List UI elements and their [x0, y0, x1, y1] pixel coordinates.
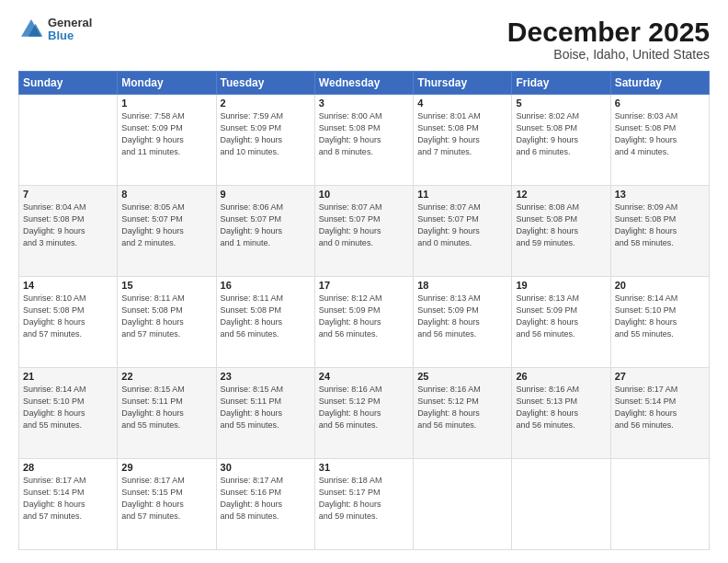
day-info: Sunrise: 8:14 AM Sunset: 5:10 PM Dayligh…: [23, 384, 113, 431]
day-number: 16: [221, 280, 311, 291]
day-info: Sunrise: 8:06 AM Sunset: 5:07 PM Dayligh…: [221, 201, 311, 249]
logo-line2: Blue: [48, 29, 92, 42]
day-number: 8: [121, 189, 211, 200]
day-info: Sunrise: 8:12 AM Sunset: 5:09 PM Dayligh…: [319, 293, 409, 340]
table-row: 3Sunrise: 8:00 AM Sunset: 5:08 PM Daylig…: [314, 95, 413, 186]
day-number: 17: [319, 280, 409, 291]
table-row: 22Sunrise: 8:15 AM Sunset: 5:11 PM Dayli…: [118, 368, 216, 459]
table-row: [512, 459, 610, 550]
table-row: 5Sunrise: 8:02 AM Sunset: 5:08 PM Daylig…: [512, 95, 610, 186]
day-info: Sunrise: 8:11 AM Sunset: 5:08 PM Dayligh…: [121, 293, 211, 340]
col-friday: Friday: [512, 72, 610, 95]
table-row: [414, 459, 512, 550]
table-row: 9Sunrise: 8:06 AM Sunset: 5:07 PM Daylig…: [216, 186, 314, 277]
day-number: 21: [23, 371, 113, 382]
day-number: 27: [615, 371, 705, 382]
day-number: 18: [417, 280, 507, 291]
day-number: 9: [221, 189, 311, 200]
day-number: 4: [417, 98, 507, 109]
table-row: 11Sunrise: 8:07 AM Sunset: 5:07 PM Dayli…: [414, 186, 512, 277]
day-number: 12: [516, 189, 606, 200]
table-row: 2Sunrise: 7:59 AM Sunset: 5:09 PM Daylig…: [216, 95, 314, 186]
day-info: Sunrise: 8:01 AM Sunset: 5:08 PM Dayligh…: [417, 110, 507, 158]
table-row: 10Sunrise: 8:07 AM Sunset: 5:07 PM Dayli…: [314, 186, 413, 277]
day-info: Sunrise: 8:02 AM Sunset: 5:08 PM Dayligh…: [516, 110, 606, 158]
col-saturday: Saturday: [610, 72, 709, 95]
table-row: 7Sunrise: 8:04 AM Sunset: 5:08 PM Daylig…: [19, 186, 118, 277]
page: General Blue December 2025 Boise, Idaho,…: [0, 0, 728, 563]
table-row: 12Sunrise: 8:08 AM Sunset: 5:08 PM Dayli…: [512, 186, 610, 277]
day-info: Sunrise: 8:07 AM Sunset: 5:07 PM Dayligh…: [417, 201, 507, 249]
table-row: 6Sunrise: 8:03 AM Sunset: 5:08 PM Daylig…: [610, 95, 709, 186]
table-row: 26Sunrise: 8:16 AM Sunset: 5:13 PM Dayli…: [512, 368, 610, 459]
table-row: 25Sunrise: 8:16 AM Sunset: 5:12 PM Dayli…: [414, 368, 512, 459]
table-row: 29Sunrise: 8:17 AM Sunset: 5:15 PM Dayli…: [118, 459, 216, 550]
table-row: 4Sunrise: 8:01 AM Sunset: 5:08 PM Daylig…: [414, 95, 512, 186]
day-info: Sunrise: 8:03 AM Sunset: 5:08 PM Dayligh…: [615, 110, 705, 158]
day-info: Sunrise: 8:18 AM Sunset: 5:17 PM Dayligh…: [319, 475, 409, 523]
table-row: 8Sunrise: 8:05 AM Sunset: 5:07 PM Daylig…: [118, 186, 216, 277]
calendar-week-row: 14Sunrise: 8:10 AM Sunset: 5:08 PM Dayli…: [19, 277, 710, 368]
day-info: Sunrise: 8:07 AM Sunset: 5:07 PM Dayligh…: [319, 201, 409, 249]
day-number: 23: [221, 371, 311, 382]
table-row: [610, 459, 709, 550]
table-row: 18Sunrise: 8:13 AM Sunset: 5:09 PM Dayli…: [414, 277, 512, 368]
table-row: 30Sunrise: 8:17 AM Sunset: 5:16 PM Dayli…: [216, 459, 314, 550]
day-info: Sunrise: 8:16 AM Sunset: 5:12 PM Dayligh…: [417, 384, 507, 431]
table-row: 16Sunrise: 8:11 AM Sunset: 5:08 PM Dayli…: [216, 277, 314, 368]
col-tuesday: Tuesday: [216, 72, 314, 95]
day-number: 31: [319, 462, 409, 473]
day-info: Sunrise: 8:17 AM Sunset: 5:14 PM Dayligh…: [23, 475, 113, 523]
day-number: 20: [615, 280, 705, 291]
calendar-title: December 2025: [507, 17, 710, 47]
day-info: Sunrise: 8:10 AM Sunset: 5:08 PM Dayligh…: [23, 293, 113, 340]
day-number: 22: [121, 371, 211, 382]
day-number: 1: [121, 98, 211, 109]
day-info: Sunrise: 8:17 AM Sunset: 5:15 PM Dayligh…: [121, 475, 211, 523]
day-info: Sunrise: 8:08 AM Sunset: 5:08 PM Dayligh…: [516, 201, 606, 249]
day-info: Sunrise: 8:09 AM Sunset: 5:08 PM Dayligh…: [615, 201, 705, 249]
header: General Blue December 2025 Boise, Idaho,…: [18, 17, 710, 62]
col-monday: Monday: [118, 72, 216, 95]
day-number: 11: [417, 189, 507, 200]
table-row: 24Sunrise: 8:16 AM Sunset: 5:12 PM Dayli…: [314, 368, 413, 459]
day-info: Sunrise: 8:13 AM Sunset: 5:09 PM Dayligh…: [516, 293, 606, 340]
calendar-subtitle: Boise, Idaho, United States: [507, 47, 710, 62]
day-info: Sunrise: 7:59 AM Sunset: 5:09 PM Dayligh…: [221, 110, 311, 158]
col-sunday: Sunday: [19, 72, 118, 95]
table-row: 13Sunrise: 8:09 AM Sunset: 5:08 PM Dayli…: [610, 186, 709, 277]
day-info: Sunrise: 7:58 AM Sunset: 5:09 PM Dayligh…: [121, 110, 211, 158]
day-number: 29: [121, 462, 211, 473]
day-info: Sunrise: 8:15 AM Sunset: 5:11 PM Dayligh…: [221, 384, 311, 431]
table-row: 1Sunrise: 7:58 AM Sunset: 5:09 PM Daylig…: [118, 95, 216, 186]
logo-icon: [18, 17, 44, 42]
table-row: 28Sunrise: 8:17 AM Sunset: 5:14 PM Dayli…: [19, 459, 118, 550]
day-number: 2: [221, 98, 311, 109]
day-info: Sunrise: 8:17 AM Sunset: 5:14 PM Dayligh…: [615, 384, 705, 431]
table-row: 21Sunrise: 8:14 AM Sunset: 5:10 PM Dayli…: [19, 368, 118, 459]
day-number: 15: [121, 280, 211, 291]
calendar-header-row: Sunday Monday Tuesday Wednesday Thursday…: [19, 72, 710, 95]
title-block: December 2025 Boise, Idaho, United State…: [507, 17, 710, 62]
day-number: 26: [516, 371, 606, 382]
logo-line1: General: [48, 17, 92, 29]
day-info: Sunrise: 8:16 AM Sunset: 5:12 PM Dayligh…: [319, 384, 409, 431]
table-row: 27Sunrise: 8:17 AM Sunset: 5:14 PM Dayli…: [610, 368, 709, 459]
day-info: Sunrise: 8:13 AM Sunset: 5:09 PM Dayligh…: [417, 293, 507, 340]
day-number: 6: [615, 98, 705, 109]
day-number: 14: [23, 280, 113, 291]
day-number: 28: [23, 462, 113, 473]
calendar-week-row: 7Sunrise: 8:04 AM Sunset: 5:08 PM Daylig…: [19, 186, 710, 277]
logo: General Blue: [18, 17, 92, 43]
day-info: Sunrise: 8:11 AM Sunset: 5:08 PM Dayligh…: [221, 293, 311, 340]
day-number: 24: [319, 371, 409, 382]
table-row: 23Sunrise: 8:15 AM Sunset: 5:11 PM Dayli…: [216, 368, 314, 459]
day-number: 3: [319, 98, 409, 109]
day-info: Sunrise: 8:14 AM Sunset: 5:10 PM Dayligh…: [615, 293, 705, 340]
table-row: 19Sunrise: 8:13 AM Sunset: 5:09 PM Dayli…: [512, 277, 610, 368]
calendar-week-row: 21Sunrise: 8:14 AM Sunset: 5:10 PM Dayli…: [19, 368, 710, 459]
day-number: 10: [319, 189, 409, 200]
col-wednesday: Wednesday: [314, 72, 413, 95]
table-row: 31Sunrise: 8:18 AM Sunset: 5:17 PM Dayli…: [314, 459, 413, 550]
day-info: Sunrise: 8:15 AM Sunset: 5:11 PM Dayligh…: [121, 384, 211, 431]
